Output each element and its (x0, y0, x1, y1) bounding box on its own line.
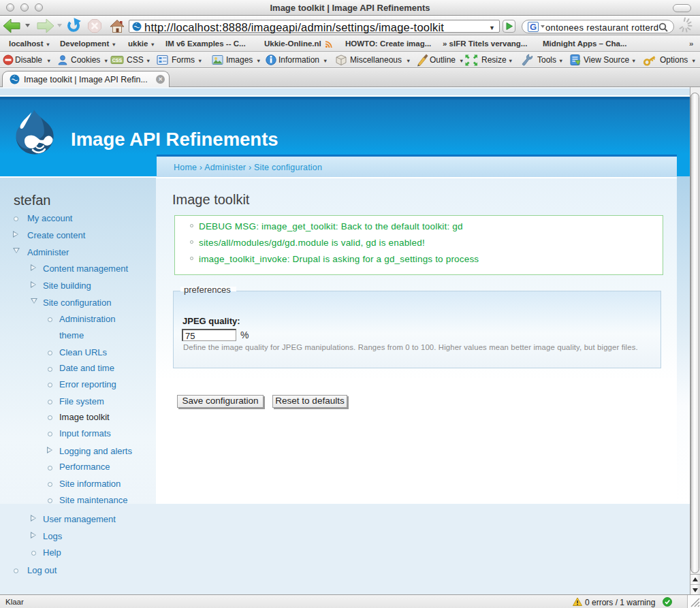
svg-text:CSS: CSS (112, 58, 123, 63)
